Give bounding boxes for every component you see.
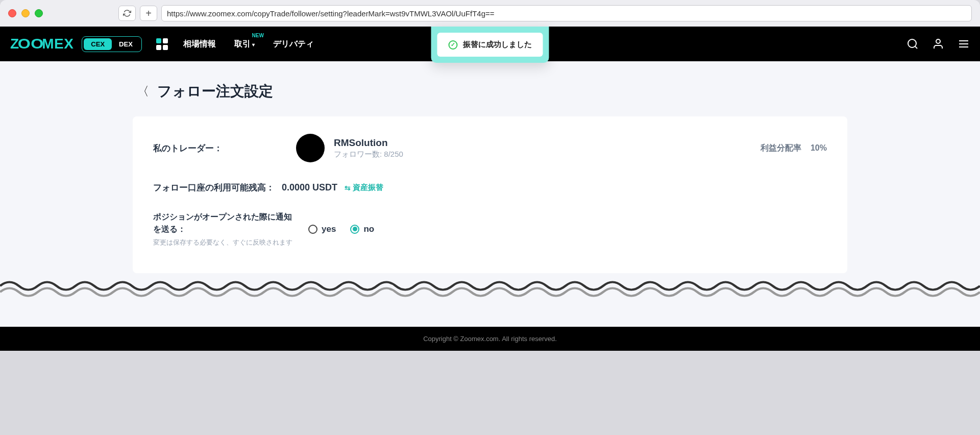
menu-icon[interactable] (958, 38, 970, 50)
radio-yes-label: yes (322, 224, 336, 234)
back-chevron-icon[interactable]: 〈 (137, 83, 149, 100)
apps-grid-icon[interactable] (156, 38, 168, 50)
window-controls (8, 9, 43, 17)
close-window[interactable] (8, 9, 16, 17)
svg-point-2 (936, 39, 940, 43)
url-text: https://www.zoomex.com/copyTrade/followe… (167, 9, 495, 18)
search-icon[interactable] (906, 38, 919, 50)
trader-avatar (296, 134, 325, 162)
cex-dex-toggle: CEX DEX (82, 36, 141, 52)
profit-share-value: 10% (811, 143, 827, 152)
dex-tab[interactable]: DEX (112, 38, 140, 50)
user-icon[interactable] (932, 38, 944, 50)
balance-label: フォロー口座の利用可能残高： (153, 182, 275, 194)
transfer-link-label: 資産振替 (353, 183, 383, 192)
toast-notification: ✓ 振替に成功しました (431, 27, 549, 63)
notify-subtitle: 変更は保存する必要なく、すぐに反映されます (153, 237, 296, 248)
asset-transfer-link[interactable]: ⇆ 資産振替 (345, 183, 383, 192)
settings-card: 私のトレーダー： RMSolution フォロワー数: 8/250 利益分配率 … (133, 116, 847, 273)
minimize-window[interactable] (21, 9, 30, 17)
svg-point-0 (908, 39, 916, 47)
logo[interactable]: ZOOMEX (10, 36, 74, 52)
radio-circle-icon (308, 225, 317, 234)
notify-title: ポジションがオープンされた際に通知を送る： (153, 211, 296, 235)
toast-message: 振替に成功しました (463, 40, 532, 50)
radio-no[interactable]: no (350, 224, 374, 234)
success-check-icon: ✓ (449, 40, 458, 50)
page-title: フォロー注文設定 (157, 82, 273, 101)
follower-count: フォロワー数: 8/250 (334, 150, 403, 159)
radio-yes[interactable]: yes (308, 224, 336, 234)
transfer-icon: ⇆ (345, 184, 351, 192)
maximize-window[interactable] (35, 9, 43, 17)
notify-radio-group: yes no (308, 224, 374, 234)
svg-line-1 (915, 46, 917, 49)
trader-name: RMSolution (334, 137, 403, 149)
reload-button[interactable] (118, 6, 136, 21)
copyright-text: Copyright © Zoomex.com. All rights reser… (423, 335, 557, 343)
profit-share-label: 利益分配率 (761, 143, 801, 152)
nav-trade-label: 取引 (234, 39, 251, 48)
new-tab-button[interactable]: + (140, 6, 157, 21)
profit-share: 利益分配率 10% (761, 143, 827, 154)
address-bar[interactable]: https://www.zoomex.com/copyTrade/followe… (161, 5, 972, 21)
decorative-wave (0, 278, 980, 304)
radio-circle-selected-icon (350, 225, 359, 234)
footer: Copyright © Zoomex.com. All rights reser… (0, 327, 980, 351)
nav-market-info[interactable]: 相場情報 (183, 39, 216, 50)
chevron-down-icon: ▾ (252, 42, 255, 47)
cex-tab[interactable]: CEX (84, 38, 112, 50)
balance-value: 0.0000 USDT (282, 182, 337, 193)
trader-label: 私のトレーダー： (153, 142, 296, 154)
nav-derivative[interactable]: デリバティ (273, 39, 314, 50)
nav-trade[interactable]: 取引▾ NEW (234, 39, 255, 50)
radio-no-label: no (363, 224, 374, 234)
new-badge: NEW (252, 33, 263, 38)
